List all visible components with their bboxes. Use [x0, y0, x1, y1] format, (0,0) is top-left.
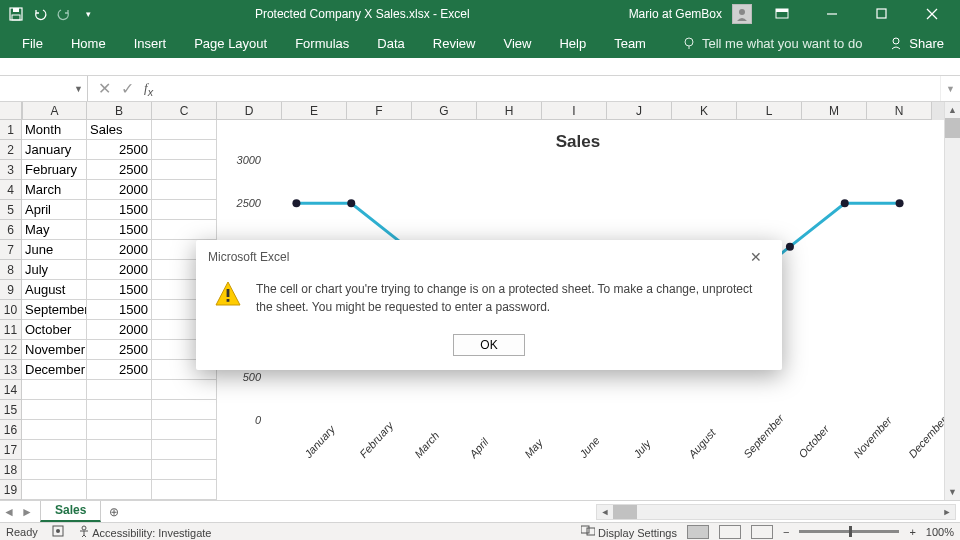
- modal-overlay: Microsoft Excel ✕ The cell or chart you'…: [0, 0, 960, 540]
- dialog-titlebar: Microsoft Excel ✕: [196, 240, 782, 274]
- svg-rect-31: [227, 289, 230, 297]
- dialog-message: The cell or chart you're trying to chang…: [256, 280, 764, 316]
- warning-icon: [214, 280, 242, 308]
- protected-sheet-dialog: Microsoft Excel ✕ The cell or chart you'…: [196, 240, 782, 370]
- dialog-title: Microsoft Excel: [208, 250, 289, 264]
- dialog-ok-button[interactable]: OK: [453, 334, 525, 356]
- svg-rect-32: [227, 299, 230, 302]
- dialog-close-icon[interactable]: ✕: [742, 245, 770, 269]
